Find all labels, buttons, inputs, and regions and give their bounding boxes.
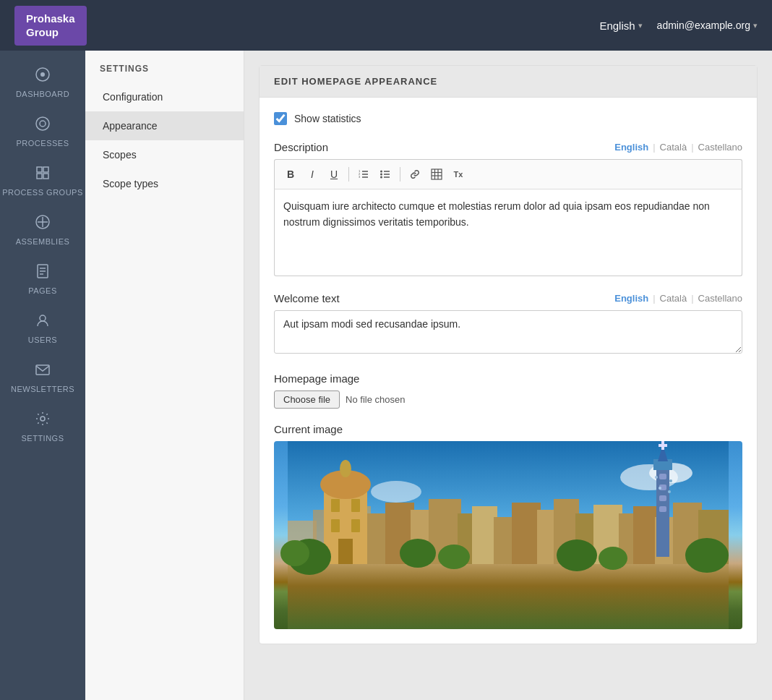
file-input-row: Choose file No file chosen (274, 390, 742, 409)
processes-icon (35, 116, 51, 135)
show-statistics-row: Show statistics (274, 112, 742, 125)
no-file-chosen-text: No file chosen (346, 394, 405, 405)
svg-rect-66 (659, 474, 666, 479)
language-label: English (599, 20, 635, 32)
table-button[interactable] (426, 164, 447, 184)
svg-point-15 (40, 315, 46, 321)
welcome-text-input[interactable] (274, 310, 742, 354)
sidebar-item-label: Processes (17, 139, 69, 148)
welcome-text-label: Welcome text (274, 292, 340, 304)
assemblies-icon (35, 214, 51, 234)
welcome-lang-castellano[interactable]: Castellano (698, 293, 742, 304)
svg-point-3 (40, 121, 46, 127)
svg-rect-6 (37, 174, 42, 179)
svg-rect-68 (659, 495, 666, 501)
svg-rect-69 (659, 506, 666, 512)
homepage-image-section: Homepage image Choose file No file chose… (274, 372, 742, 409)
main-layout: Dashboard Processes Process Groups Assem… (0, 51, 772, 700)
unordered-list-button[interactable] (375, 164, 395, 184)
settings-nav-scope-types[interactable]: Scope types (85, 169, 244, 198)
svg-point-17 (40, 417, 45, 421)
underline-button[interactable]: U (324, 164, 344, 184)
edit-card: Edit Homepage Appearance Show statistics… (259, 65, 758, 644)
svg-point-29 (380, 176, 382, 179)
chevron-down-icon: ▾ (753, 21, 758, 30)
sidebar-item-process-groups[interactable]: Process Groups (0, 156, 85, 205)
description-lang-tabs: English | Català | Castellano (614, 142, 742, 153)
welcome-lang-english[interactable]: English (614, 293, 648, 304)
settings-nav-appearance[interactable]: Appearance (85, 111, 244, 140)
svg-rect-80 (331, 519, 340, 532)
svg-rect-16 (36, 365, 49, 375)
svg-point-28 (380, 174, 382, 176)
svg-point-85 (400, 539, 436, 568)
sidebar-item-dashboard[interactable]: Dashboard (0, 58, 85, 107)
svg-point-2 (36, 117, 49, 130)
current-image-section: Current image (274, 423, 742, 629)
welcome-text-header: Welcome text English | Català | Castella… (274, 292, 742, 304)
svg-point-88 (599, 547, 627, 570)
ordered-list-button[interactable]: 123 (353, 164, 374, 184)
link-button[interactable] (405, 164, 425, 184)
description-content[interactable]: Quisquam iure architecto cumque et moles… (274, 189, 742, 276)
toolbar-separator (348, 167, 349, 182)
sidebar-item-label: Assemblies (16, 237, 70, 246)
description-lang-catala[interactable]: Català (660, 142, 687, 153)
user-menu[interactable]: admin@example.org ▾ (657, 20, 758, 31)
edit-card-title: Edit Homepage Appearance (260, 66, 757, 98)
svg-rect-30 (432, 169, 442, 179)
language-selector[interactable]: English ▾ (599, 20, 642, 32)
editor-toolbar: B I U 123 (274, 159, 742, 189)
svg-rect-39 (288, 557, 729, 629)
svg-rect-4 (37, 167, 42, 172)
svg-rect-82 (338, 539, 353, 564)
sidebar-item-assemblies[interactable]: Assemblies (0, 205, 85, 255)
sidebar-item-settings[interactable]: Settings (0, 402, 85, 451)
sidebar-item-label: Pages (28, 286, 57, 295)
choose-file-button[interactable]: Choose file (274, 390, 340, 409)
welcome-lang-tabs: English | Català | Castellano (614, 293, 742, 304)
svg-point-71 (669, 479, 672, 482)
process-groups-icon (35, 165, 51, 184)
svg-point-73 (668, 490, 671, 493)
settings-panel: Settings Configuration Appearance Scopes… (85, 51, 244, 700)
toolbar-separator-2 (400, 167, 400, 182)
sidebar-item-users[interactable]: Users (0, 304, 85, 353)
svg-rect-79 (351, 499, 360, 512)
welcome-text-section: Welcome text English | Català | Castella… (274, 292, 742, 357)
italic-button[interactable]: I (302, 164, 322, 184)
sidebar: Dashboard Processes Process Groups Assem… (0, 51, 85, 700)
show-statistics-checkbox[interactable] (274, 112, 287, 125)
svg-point-86 (438, 545, 470, 569)
description-lang-castellano[interactable]: Castellano (698, 142, 742, 153)
settings-nav-scopes[interactable]: Scopes (85, 140, 244, 169)
svg-rect-57 (633, 506, 659, 564)
settings-heading: Settings (85, 51, 244, 82)
welcome-lang-catala[interactable]: Català (660, 293, 687, 304)
sidebar-item-newsletters[interactable]: Newsletters (0, 353, 85, 402)
sidebar-item-processes[interactable]: Processes (0, 107, 85, 156)
svg-rect-81 (351, 519, 360, 532)
settings-nav-configuration[interactable]: Configuration (85, 82, 244, 111)
description-section: Description English | Català | Castellan… (274, 141, 742, 276)
sidebar-item-label: Dashboard (16, 90, 69, 98)
homepage-image-label: Homepage image (274, 372, 742, 385)
bold-button[interactable]: B (280, 164, 301, 184)
settings-icon (35, 411, 51, 430)
svg-point-72 (659, 487, 661, 490)
dashboard-icon (35, 67, 51, 86)
description-label: Description (274, 141, 328, 153)
description-lang-english[interactable]: English (614, 142, 648, 153)
sidebar-item-pages[interactable]: Pages (0, 255, 85, 304)
svg-point-87 (557, 539, 597, 571)
description-header: Description English | Català | Castellan… (274, 141, 742, 153)
sidebar-item-label: Newsletters (11, 385, 74, 393)
svg-rect-51 (512, 503, 541, 564)
svg-point-27 (380, 171, 382, 173)
svg-rect-78 (331, 499, 340, 512)
content-area: Edit Homepage Appearance Show statistics… (244, 51, 772, 700)
svg-rect-5 (43, 167, 48, 172)
clear-formatting-button[interactable]: Tx (448, 164, 468, 184)
pages-icon (35, 263, 51, 283)
users-icon (35, 312, 51, 332)
